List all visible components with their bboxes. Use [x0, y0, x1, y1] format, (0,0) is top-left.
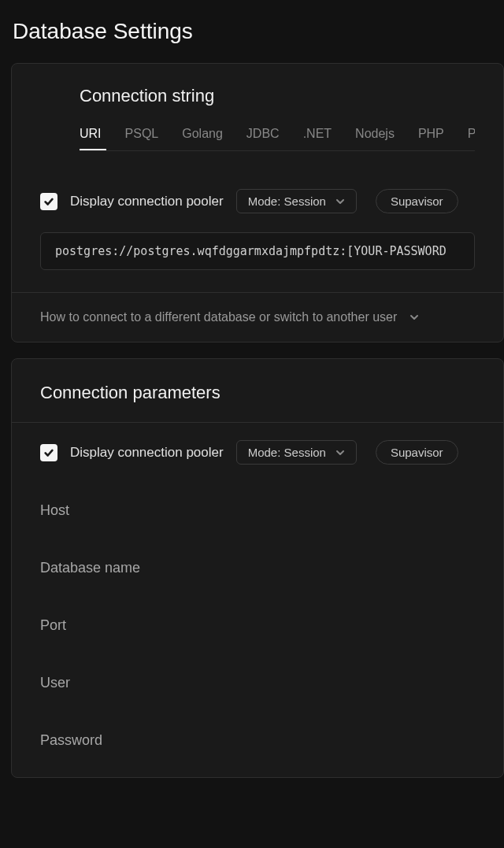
chevron-down-icon: [335, 448, 345, 457]
tab-python[interactable]: Python: [468, 127, 475, 150]
display-pooler-checkbox[interactable]: [40, 193, 57, 210]
params-pooler-row: Display connection pooler Mode: Session …: [12, 423, 503, 465]
supavisor-button[interactable]: Supavisor: [376, 189, 458, 213]
pooler-row: Display connection pooler Mode: Session …: [40, 189, 475, 213]
tab-uri[interactable]: URI: [80, 127, 102, 150]
tab-nodejs[interactable]: Nodejs: [355, 127, 395, 150]
tab-php[interactable]: PHP: [418, 127, 444, 150]
tab-dotnet[interactable]: .NET: [303, 127, 332, 150]
tab-golang[interactable]: Golang: [182, 127, 223, 150]
param-database-name-label: Database name: [40, 560, 475, 576]
param-port-label: Port: [40, 617, 475, 634]
connection-parameters-card: Connection parameters Display connection…: [11, 358, 504, 778]
page-title: Database Settings: [0, 0, 504, 63]
param-password-label: Password: [40, 732, 475, 749]
mode-select[interactable]: Mode: Session: [236, 189, 357, 213]
chevron-down-icon: [410, 313, 419, 322]
connection-string-title: Connection string: [80, 86, 475, 106]
mode-label: Mode: Session: [248, 194, 326, 208]
params-mode-select[interactable]: Mode: Session: [236, 440, 357, 465]
connection-string-tabs: URI PSQL Golang JDBC .NET Nodejs PHP Pyt…: [80, 127, 475, 151]
display-pooler-label: Display connection pooler: [70, 194, 224, 209]
params-mode-label: Mode: Session: [248, 446, 326, 459]
checkmark-icon: [43, 196, 54, 207]
param-host-label: Host: [40, 502, 475, 519]
connection-string-footer[interactable]: How to connect to a different database o…: [12, 292, 503, 342]
params-supavisor-button[interactable]: Supavisor: [376, 440, 458, 465]
checkmark-icon: [43, 447, 54, 458]
connection-parameters-title: Connection parameters: [40, 383, 475, 403]
connection-string-card: Connection string URI PSQL Golang JDBC .…: [11, 63, 504, 343]
footer-text: How to connect to a different database o…: [40, 310, 397, 324]
params-fields: Host Database name Port User Password: [12, 502, 503, 777]
tab-jdbc[interactable]: JDBC: [246, 127, 280, 150]
param-user-label: User: [40, 675, 475, 691]
params-display-pooler-label: Display connection pooler: [70, 445, 224, 461]
tab-psql[interactable]: PSQL: [125, 127, 159, 150]
params-display-pooler-checkbox[interactable]: [40, 444, 57, 461]
chevron-down-icon: [335, 197, 345, 206]
connection-string-value[interactable]: postgres://postgres.wqfdggarmxdajmpfpdtz…: [40, 232, 475, 270]
